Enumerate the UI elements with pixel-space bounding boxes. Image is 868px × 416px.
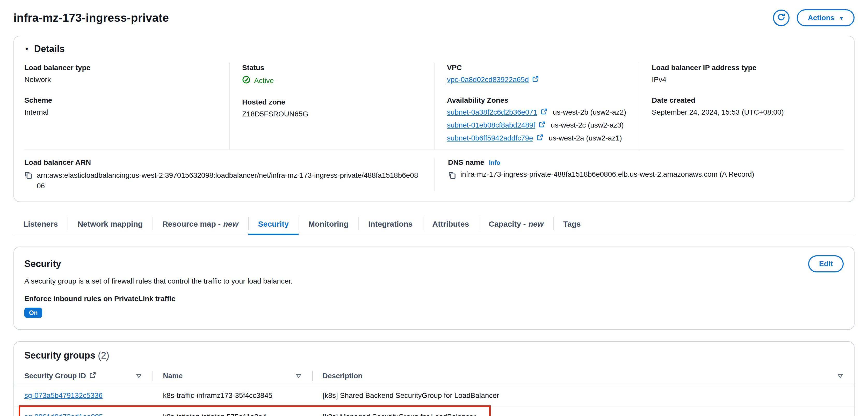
collapse-arrow-icon: ▼	[24, 46, 30, 52]
tab-monitoring[interactable]: Monitoring	[299, 213, 359, 235]
tab-network-mapping[interactable]: Network mapping	[68, 213, 153, 235]
subnet-link[interactable]: subnet-01eb08cf8abd2489f	[447, 121, 535, 129]
tab-label: Network mapping	[78, 220, 143, 228]
field-value: IPv4	[652, 75, 831, 84]
tab-security[interactable]: Security	[248, 213, 299, 235]
arn-value: arn:aws:elasticloadbalancing:us-west-2:3…	[37, 170, 421, 191]
field-date-created: Date created September 24, 2024, 15:53 (…	[652, 96, 831, 116]
dns-value: infra-mz-173-ingress-private-488fa1518b6…	[460, 170, 754, 178]
field-label: Load balancer type	[24, 64, 217, 72]
tab-new-badge: new	[223, 220, 238, 228]
status-value: Active	[242, 75, 422, 85]
security-group-description: [k8s] Managed SecurityGroup for LoadBala…	[312, 407, 854, 416]
table-row: sg-073a5b479132c5336 k8s-traffic-inframz…	[14, 385, 854, 406]
tab-resource-map[interactable]: Resource map -new	[153, 213, 248, 235]
field-ip-type: Load balancer IP address type IPv4	[652, 64, 831, 84]
field-label: Hosted zone	[242, 98, 422, 106]
header-actions: Actions ▼	[773, 9, 855, 26]
column-label: Security Group ID	[24, 372, 86, 380]
field-value: Internal	[24, 108, 217, 116]
edit-button-label: Edit	[819, 259, 833, 269]
copy-icon	[24, 173, 32, 181]
refresh-button[interactable]	[773, 9, 789, 26]
field-lb-type: Load balancer type Network	[24, 64, 217, 84]
details-column-2: Status Active Hosted zone Z18D5FSROUN65G	[229, 63, 434, 149]
tab-new-badge: new	[529, 220, 544, 228]
az-row: subnet-01eb08cf8abd2489f us-west-2c (usw…	[447, 121, 626, 129]
column-header-description[interactable]: Description	[312, 367, 854, 385]
field-value: September 24, 2024, 15:53 (UTC+08:00)	[652, 108, 831, 116]
tab-listeners[interactable]: Listeners	[13, 213, 68, 235]
field-label: DNS name	[448, 158, 484, 167]
field-label: Load balancer ARN	[24, 158, 421, 167]
column-label: Name	[163, 372, 183, 380]
details-column-1: Load balancer type Network Scheme Intern…	[24, 63, 229, 149]
field-label: Status	[242, 64, 422, 72]
field-dns-name: DNS name Info infra-mz-173-ingress-priva…	[434, 158, 844, 191]
dns-info-link[interactable]: Info	[489, 159, 500, 166]
tab-capacity[interactable]: Capacity -new	[479, 213, 553, 235]
sort-icon[interactable]	[837, 373, 844, 379]
subnet-link[interactable]: subnet-0a38f2c6d2b36e071	[447, 108, 537, 116]
security-panel-title: Security	[24, 258, 61, 269]
tab-label: Listeners	[23, 220, 58, 228]
field-label: Availability Zones	[447, 96, 626, 105]
refresh-icon	[777, 13, 785, 23]
az-row: subnet-0b6ff5942addfc79e us-west-2a (usw…	[447, 134, 626, 142]
vpc-link[interactable]: vpc-0a8d02cd83922a65d	[447, 75, 529, 84]
security-description: A security group is a set of firewall ru…	[24, 277, 844, 285]
actions-button[interactable]: Actions ▼	[797, 9, 855, 26]
sort-icon[interactable]	[295, 373, 302, 379]
field-label: Date created	[652, 96, 831, 105]
details-expander[interactable]: ▼ Details	[24, 43, 844, 54]
subnet-link[interactable]: subnet-0b6ff5942addfc79e	[447, 134, 533, 142]
page-title: infra-mz-173-ingress-private	[13, 11, 169, 24]
details-grid: Load balancer type Network Scheme Intern…	[24, 63, 844, 149]
copy-dns-button[interactable]	[448, 171, 456, 181]
field-status: Status Active	[242, 64, 422, 85]
tab-label: Integrations	[368, 220, 413, 228]
security-group-link[interactable]: sg-0061d9d73ad1aa995	[24, 413, 103, 416]
table-row: sg-0061d9d73ad1aa995 k8s-istioing-istioi…	[14, 406, 854, 416]
details-column-3: VPC vpc-0a8d02cd83922a65d Availability Z…	[434, 63, 639, 149]
copy-icon	[448, 173, 456, 181]
details-column-4: Load balancer IP address type IPv4 Date …	[639, 63, 844, 149]
load-balancer-page: infra-mz-173-ingress-private Actions ▼ ▼…	[0, 0, 868, 416]
external-link-icon	[532, 75, 538, 84]
tab-label: Resource map -	[162, 220, 221, 228]
external-link-icon	[541, 108, 547, 116]
security-group-name: k8s-traffic-inframz173-35f4cc3845	[153, 385, 312, 406]
field-label: VPC	[447, 64, 626, 72]
details-bottom-row: Load balancer ARN arn:aws:elasticloadbal…	[24, 149, 844, 191]
caret-down-icon: ▼	[839, 16, 844, 21]
column-header-security-group-id[interactable]: Security Group ID	[14, 367, 153, 385]
details-panel: ▼ Details Load balancer type Network Sch…	[13, 36, 855, 202]
privatelink-status-badge: On	[24, 308, 42, 318]
tab-label: Tags	[563, 220, 581, 228]
tab-tags[interactable]: Tags	[553, 213, 591, 235]
tab-attributes[interactable]: Attributes	[423, 213, 479, 235]
external-link-icon	[537, 134, 543, 142]
copy-arn-button[interactable]	[24, 171, 32, 181]
security-groups-title-text: Security groups	[24, 350, 95, 361]
page-header: infra-mz-173-ingress-private Actions ▼	[13, 9, 855, 26]
az-row: subnet-0a38f2c6d2b36e071 us-west-2b (usw…	[447, 108, 626, 116]
column-header-name[interactable]: Name	[153, 367, 312, 385]
edit-button[interactable]: Edit	[808, 255, 844, 272]
table-header-row: Security Group ID Name Description	[14, 367, 854, 385]
security-groups-panel: Security groups (2) Security Group ID Na…	[13, 341, 855, 416]
field-lb-arn: Load balancer ARN arn:aws:elasticloadbal…	[24, 158, 434, 191]
field-scheme: Scheme Internal	[24, 96, 217, 116]
actions-button-label: Actions	[808, 13, 834, 23]
privatelink-label: Enforce inbound rules on PrivateLink tra…	[24, 295, 844, 303]
sort-icon[interactable]	[135, 373, 142, 379]
security-group-link[interactable]: sg-073a5b479132c5336	[24, 391, 102, 400]
field-label: Load balancer IP address type	[652, 64, 831, 72]
az-zone-label: us-west-2b (usw2-az2)	[553, 108, 626, 116]
security-groups-title: Security groups (2)	[24, 350, 844, 361]
field-availability-zones: Availability Zones subnet-0a38f2c6d2b36e…	[447, 96, 626, 142]
security-groups-table: Security Group ID Name Description	[14, 367, 854, 416]
tab-label: Capacity -	[489, 220, 526, 228]
tab-integrations[interactable]: Integrations	[359, 213, 423, 235]
tab-bar: Listeners Network mapping Resource map -…	[13, 213, 855, 235]
